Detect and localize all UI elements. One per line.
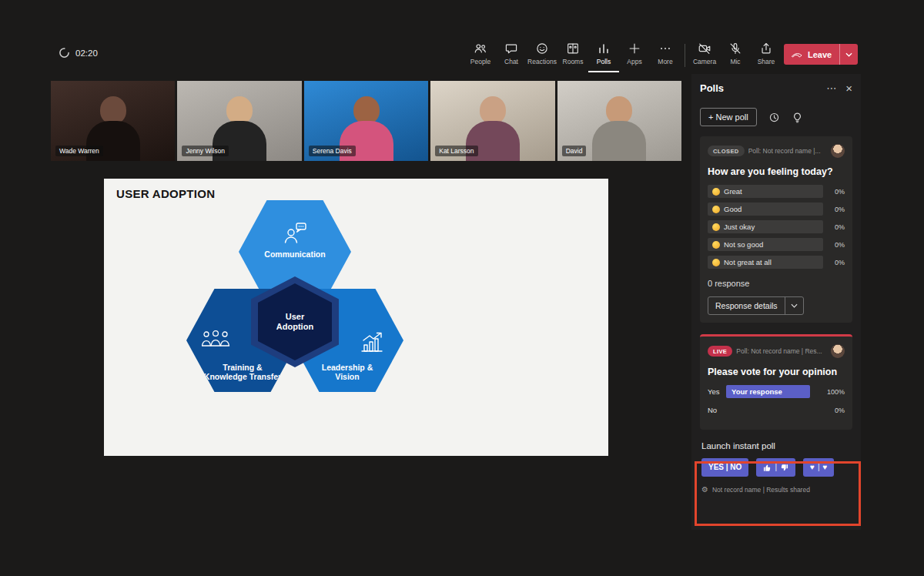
vote-result-bar: Your response — [726, 385, 810, 398]
status-badge-live: LIVE — [708, 346, 732, 357]
reactions-icon — [535, 42, 549, 55]
toolbar-camera[interactable]: Camera — [689, 39, 720, 71]
toolbar-share[interactable]: Share — [751, 39, 782, 71]
participant-silhouette-body — [592, 121, 646, 161]
toolbar-reactions[interactable]: Reactions — [527, 39, 557, 71]
toolbar-label: More — [658, 58, 672, 65]
participant-silhouette-head — [100, 96, 126, 124]
toolbar-more[interactable]: More — [650, 39, 681, 71]
instant-poll-footer: ⚙ Not record name | Results shared — [701, 485, 851, 494]
vote-option-label: Yes — [708, 387, 726, 396]
emoji-icon — [712, 259, 720, 266]
poll-option-percent: 0% — [823, 241, 845, 249]
separator: | — [818, 463, 820, 472]
toolbar-label: Apps — [627, 58, 641, 65]
video-tile-david[interactable]: David — [557, 81, 681, 161]
thumb-up-icon — [763, 464, 772, 472]
share-icon — [759, 42, 773, 55]
center-label: User Adoption — [276, 312, 313, 332]
hexagon-label-line1: Training & — [186, 363, 299, 372]
toolbar-mic[interactable]: Mic — [720, 39, 751, 71]
toolbar-label: Mic — [730, 58, 740, 65]
poll-option-row[interactable]: Good 0% — [708, 203, 845, 216]
poll-option-label: Not great at all — [724, 258, 772, 266]
poll-meta-row: LIVE Poll: Not record name | Res... — [708, 344, 845, 358]
leave-button-main[interactable]: Leave — [784, 49, 839, 60]
chevron-down-icon — [845, 52, 852, 57]
shared-presentation-slide: USER ADOPTION Communication Training & K… — [104, 179, 608, 456]
poll-card-closed[interactable]: CLOSED Poll: Not record name |... How ar… — [700, 136, 852, 323]
poll-author-avatar — [831, 344, 845, 358]
video-tile-serena-davis[interactable]: Serena Davis — [304, 81, 428, 161]
participant-silhouette-head — [226, 96, 253, 124]
toolbar-apps[interactable]: Apps — [619, 39, 650, 71]
poll-option-percent: 0% — [823, 259, 845, 266]
yes-no-poll-button[interactable]: YES | NO — [701, 458, 748, 477]
polls-actions-row: + New poll — [700, 108, 852, 126]
chevron-down-icon — [785, 297, 803, 314]
toolbar-polls[interactable]: Polls — [588, 39, 619, 72]
toolbar-people[interactable]: People — [465, 39, 496, 71]
camera-off-icon — [698, 42, 711, 55]
vote-row-no[interactable]: No 0% — [708, 404, 845, 417]
video-tile-jenny-wilson[interactable]: Jenny Wilson — [177, 81, 301, 161]
poll-card-live[interactable]: LIVE Poll: Not record name | Res... Plea… — [700, 334, 852, 430]
participant-name: David — [562, 146, 587, 157]
communication-icon — [280, 220, 310, 246]
training-icon — [200, 329, 231, 349]
poll-option-row[interactable]: Not great at all 0% — [708, 256, 845, 269]
poll-option-bar: Good — [708, 203, 823, 216]
rooms-icon — [566, 42, 580, 55]
participant-silhouette-head — [480, 96, 506, 124]
vote-option-label: No — [708, 406, 726, 414]
poll-meta-text: Poll: Not record name |... — [748, 147, 827, 155]
leave-button[interactable]: Leave — [784, 44, 858, 65]
response-details-label: Response details — [708, 297, 785, 314]
thumbs-poll-button[interactable]: | — [756, 458, 795, 477]
new-poll-button[interactable]: + New poll — [700, 108, 757, 126]
video-gallery: Wade Warren Jenny Wilson Serena Davis Ka… — [51, 81, 681, 161]
poll-option-row[interactable]: Just okay 0% — [708, 220, 845, 233]
poll-option-row[interactable]: Great 0% — [708, 185, 845, 198]
toolbar-chat[interactable]: Chat — [496, 39, 527, 71]
poll-option-bar: Not so good — [708, 238, 823, 251]
toolbar-label: People — [470, 58, 490, 65]
poll-option-row[interactable]: Not so good 0% — [708, 238, 845, 251]
people-icon — [474, 42, 487, 55]
emoji-icon — [712, 241, 720, 249]
participant-name: Kat Larsson — [435, 146, 477, 157]
more-icon — [658, 42, 672, 55]
response-count: 0 response — [708, 279, 845, 288]
growth-chart-icon — [359, 330, 385, 353]
meeting-timer: 02:20 — [59, 47, 98, 59]
panel-more-icon[interactable]: ⋯ — [826, 83, 836, 93]
toolbar-divider — [685, 44, 685, 67]
participant-silhouette-head — [606, 96, 632, 124]
poll-history-icon[interactable] — [768, 112, 780, 123]
heart-icon: ♥ — [823, 463, 828, 472]
vote-row-yes[interactable]: Yes Your response 100% — [708, 385, 845, 398]
video-tile-wade-warren[interactable]: Wade Warren — [51, 81, 175, 161]
poll-option-percent: 0% — [823, 188, 845, 196]
panel-close-icon[interactable]: × — [845, 82, 852, 94]
leave-options-caret[interactable] — [839, 44, 858, 65]
poll-option-label: Not so good — [724, 240, 763, 249]
hangup-phone-icon — [792, 49, 803, 60]
hearts-poll-button[interactable]: ♥ | ♥ — [803, 458, 834, 477]
poll-author-avatar — [831, 144, 845, 158]
poll-option-bar: Not great at all — [708, 256, 823, 269]
toolbar-label: Camera — [693, 58, 716, 65]
gear-icon[interactable]: ⚙ — [701, 485, 708, 494]
timer-ring-icon — [59, 47, 70, 59]
vote-bar-track — [726, 404, 822, 417]
participant-name: Wade Warren — [55, 146, 103, 157]
hexagon-label: Communication — [239, 249, 351, 259]
toolbar-rooms[interactable]: Rooms — [557, 39, 588, 71]
response-details-button[interactable]: Response details — [708, 296, 804, 315]
poll-option-percent: 0% — [823, 223, 845, 231]
poll-option-percent: 0% — [823, 206, 845, 213]
poll-ideas-lightbulb-icon[interactable] — [792, 112, 803, 123]
video-tile-kat-larsson[interactable]: Kat Larsson — [430, 81, 554, 161]
poll-question: Please vote for your opinion — [708, 367, 845, 377]
toolbar-label: Rooms — [563, 58, 584, 65]
